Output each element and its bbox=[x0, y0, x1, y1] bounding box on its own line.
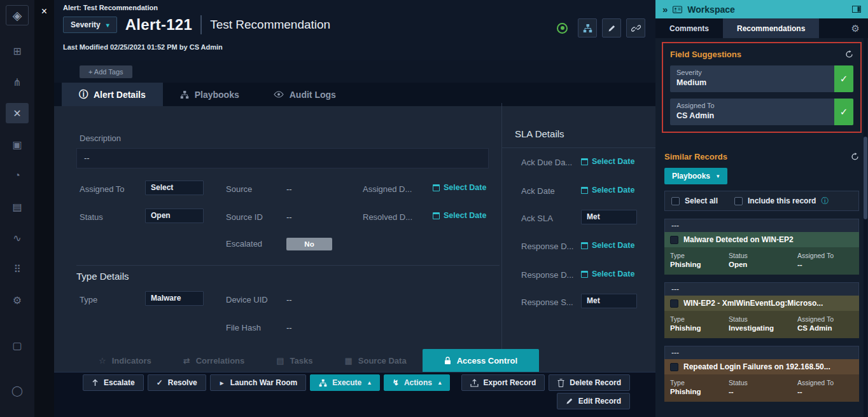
rail-content-hub-icon[interactable]: ▢ bbox=[6, 335, 29, 355]
correlations-icon: ⇄ bbox=[183, 356, 190, 366]
response-date-select[interactable]: Select Date bbox=[581, 270, 634, 278]
response-due-date-select[interactable]: Select Date bbox=[581, 241, 634, 250]
add-tags-button[interactable]: + Add Tags bbox=[80, 65, 132, 78]
ack-sla-field[interactable]: Met bbox=[581, 210, 637, 224]
suggestion-value: CS Admin bbox=[676, 111, 828, 120]
check-icon: ✓ bbox=[157, 378, 163, 387]
workspace-tabs: Comments Recommendations ⚙ bbox=[655, 18, 868, 38]
rail-automation-icon[interactable]: ◔ bbox=[6, 165, 29, 186]
response-sla-field[interactable]: Met bbox=[581, 294, 637, 308]
suggestion-label: Severity bbox=[676, 69, 828, 76]
export-record-button[interactable]: Export Record bbox=[461, 374, 545, 391]
rail-help-icon[interactable]: ◯ bbox=[6, 380, 29, 400]
grid-icon: ▦ bbox=[344, 356, 352, 366]
assigned-date-select[interactable]: Select Date bbox=[433, 183, 486, 192]
ack-due-date-select[interactable]: Select Date bbox=[581, 157, 634, 166]
tab-indicators[interactable]: ☆ Indicators bbox=[83, 349, 167, 373]
assigned-to-select[interactable]: Select bbox=[145, 181, 204, 195]
field-suggestions-box: Field Suggestions Severity Medium ✓ Assi… bbox=[662, 42, 862, 133]
severity-dropdown[interactable]: Severity ▾ bbox=[63, 17, 117, 33]
sla-row: Response S... Met bbox=[502, 294, 656, 310]
type-select[interactable]: Malware bbox=[145, 291, 204, 306]
record-title-row[interactable]: Repeated Login Failures on 192.168.50... bbox=[664, 359, 859, 374]
module-rail: ◈ ⊞ ⋔ ✕ ▣ ◔ ▤ ∿ ⠿ ⚙ ▢ ◯ bbox=[0, 0, 34, 417]
actions-button[interactable]: ↯ Actions ▴ bbox=[384, 374, 451, 391]
rail-incident-response-icon[interactable]: ✕ bbox=[6, 103, 29, 123]
workspace-title: Workspace bbox=[687, 4, 734, 15]
refresh-icon[interactable] bbox=[845, 50, 853, 58]
tab-correlations[interactable]: ⇄ Correlations bbox=[167, 349, 260, 373]
alert-details-content: Description -- Assigned To Select Source… bbox=[54, 103, 655, 349]
sitemap-icon bbox=[583, 24, 592, 33]
record-checkbox[interactable] bbox=[670, 236, 678, 244]
select-all-checkbox[interactable] bbox=[671, 197, 680, 205]
sla-row: Ack SLA Met bbox=[502, 210, 656, 226]
alert-id: Alert-121 bbox=[125, 16, 192, 34]
sitemap-icon bbox=[180, 90, 189, 99]
edit-record-button[interactable]: Edit Record bbox=[557, 393, 630, 409]
rail-settings-icon[interactable]: ⚙ bbox=[6, 290, 29, 310]
escalate-icon bbox=[92, 379, 99, 386]
suggestion-content: Assigned To CS Admin bbox=[670, 99, 834, 125]
status-select[interactable]: Open bbox=[145, 208, 204, 223]
type-col-value: Phishing bbox=[670, 388, 729, 395]
type-label: Type bbox=[80, 295, 97, 304]
record-checkbox[interactable] bbox=[670, 363, 678, 371]
similar-record-card: --- Malware Detected on WIN-EP2 TypePhis… bbox=[664, 219, 859, 275]
rail-vulnerability-icon[interactable]: ▣ bbox=[6, 134, 29, 154]
resolved-date-select[interactable]: Select Date bbox=[433, 211, 486, 220]
tab-source-data[interactable]: ▦ Source Data bbox=[328, 349, 422, 373]
tab-recommendations[interactable]: Recommendations bbox=[723, 18, 819, 38]
similar-records-header: Similar Records bbox=[664, 152, 859, 161]
device-uid-label: Device UID bbox=[226, 295, 268, 304]
lock-icon bbox=[444, 357, 451, 365]
tab-tasks[interactable]: ▤ Tasks bbox=[260, 349, 328, 373]
layout-columns-icon[interactable] bbox=[852, 6, 861, 13]
escalate-button[interactable]: Escalate bbox=[83, 374, 144, 391]
playbooks-dropdown[interactable]: Playbooks ▾ bbox=[664, 168, 727, 184]
record-separator: --- bbox=[664, 346, 859, 359]
records-filter-row: Select all Include this record ⓘ bbox=[664, 191, 859, 211]
app-logo-icon: ◈ bbox=[6, 5, 29, 25]
record-title-row[interactable]: WIN-EP2 - XmlWinEventLog:Microso... bbox=[664, 296, 859, 311]
playbook-button[interactable] bbox=[578, 18, 597, 38]
ack-date-select[interactable]: Select Date bbox=[581, 186, 634, 195]
tab-comments[interactable]: Comments bbox=[655, 18, 723, 38]
rail-dashboard-icon[interactable]: ⊞ bbox=[6, 41, 29, 61]
breadcrumb: Alert: Test Recommendation bbox=[63, 4, 158, 11]
scrollbar-thumb[interactable] bbox=[864, 137, 867, 219]
record-title-row[interactable]: Malware Detected on WIN-EP2 bbox=[664, 232, 859, 247]
resolve-button[interactable]: ✓ Resolve bbox=[148, 374, 206, 391]
rail-resources-icon[interactable]: ▤ bbox=[6, 196, 29, 217]
suggestion-card-severity: Severity Medium ✓ bbox=[670, 65, 853, 92]
sla-row: Ack Due Da... Select Date bbox=[502, 155, 656, 172]
include-record-checkbox[interactable] bbox=[734, 197, 743, 205]
escalated-toggle[interactable]: No bbox=[286, 238, 332, 250]
record-checkbox[interactable] bbox=[670, 299, 678, 308]
link-icon bbox=[631, 24, 641, 33]
accept-suggestion-button[interactable]: ✓ bbox=[834, 99, 853, 125]
description-field[interactable]: -- bbox=[76, 148, 489, 168]
app-screen: ◈ ⊞ ⋔ ✕ ▣ ◔ ▤ ∿ ⠿ ⚙ ▢ ◯ × Alert: Test Re… bbox=[0, 0, 868, 417]
close-button[interactable]: × bbox=[38, 5, 51, 18]
record-sync-status-icon bbox=[557, 23, 568, 34]
tab-access-control[interactable]: Access Control bbox=[423, 349, 539, 373]
accept-suggestion-button[interactable]: ✓ bbox=[834, 65, 853, 92]
scrollbar[interactable] bbox=[864, 38, 867, 417]
similar-records-title: Similar Records bbox=[664, 152, 727, 161]
copy-link-button[interactable] bbox=[626, 18, 645, 38]
execute-button[interactable]: Execute ▴ bbox=[310, 374, 380, 391]
rail-apps-icon[interactable]: ⠿ bbox=[6, 259, 29, 279]
launch-war-room-button[interactable]: ► Launch War Room bbox=[210, 374, 306, 391]
collapse-panel-icon[interactable]: » bbox=[662, 4, 668, 15]
gear-icon[interactable]: ⚙ bbox=[851, 18, 868, 38]
rail-queue-icon[interactable]: ⋔ bbox=[6, 72, 29, 92]
info-circle-icon: ⓘ bbox=[79, 89, 88, 100]
type-col-label: Type bbox=[670, 315, 729, 323]
edit-record-icon-button[interactable] bbox=[602, 18, 621, 38]
resolved-date-label: Resolved D... bbox=[363, 212, 412, 222]
rail-reports-icon[interactable]: ∿ bbox=[6, 228, 29, 248]
type-col-label: Type bbox=[670, 379, 729, 386]
delete-record-button[interactable]: Delete Record bbox=[549, 374, 630, 391]
refresh-icon[interactable] bbox=[851, 153, 859, 161]
